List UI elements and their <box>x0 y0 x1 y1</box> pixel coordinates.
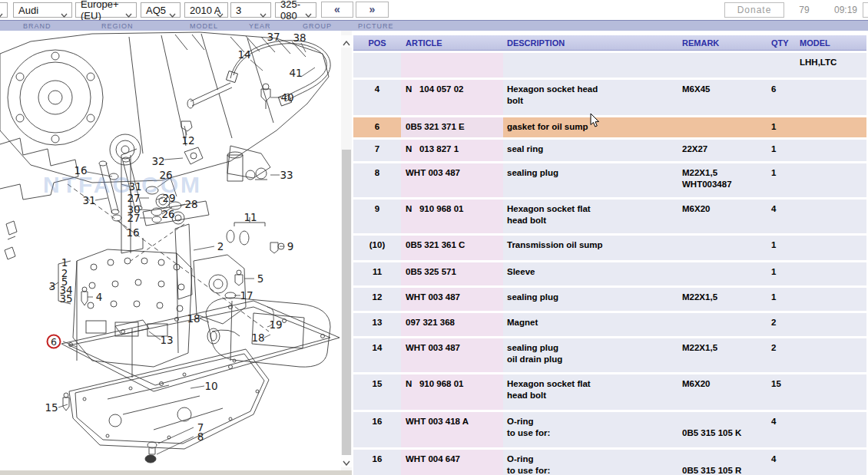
article-cell: WHT 004 647 <box>401 450 503 475</box>
remark-cell: M22X1,5 <box>676 338 768 372</box>
article-cell: WHT 003 487 <box>401 163 503 197</box>
diagram-callout-40[interactable]: 40 <box>280 91 293 104</box>
watermark: NTFAG.COM <box>43 172 202 198</box>
model-cell <box>796 338 866 372</box>
scroll-down-button[interactable] <box>341 455 352 467</box>
pos-cell: 16 <box>353 412 401 447</box>
model-cell <box>796 236 866 260</box>
region-select[interactable]: Europe+ (EU) <box>75 2 137 18</box>
diagram-callout-17[interactable]: 17 <box>240 289 253 302</box>
diagram-callout-18[interactable]: 18 <box>251 332 264 344</box>
table-row-pos-15[interactable]: 15N 910 968 01Hexagon socket flathead bo… <box>353 374 866 410</box>
diagram-callout-28[interactable]: 28 <box>184 198 197 210</box>
diagram-callout-6[interactable]: 6 <box>47 335 61 349</box>
table-scrollbar[interactable] <box>341 31 352 470</box>
diagram-callout-13[interactable]: 13 <box>160 334 173 346</box>
remark-cell: M6X45 <box>676 80 768 115</box>
scrollbar-thumb[interactable] <box>342 150 351 457</box>
table-row-pos-(10)[interactable]: (10)0B5 321 361 CTransmission oil sump1 <box>353 236 866 260</box>
pos-cell: (10) <box>353 236 401 260</box>
diagram-callout-26[interactable]: 26 <box>161 208 174 220</box>
description-cell: sealing plug <box>503 288 676 311</box>
description-cell: gasket for oil sump <box>503 117 676 137</box>
table-row-pos-6[interactable]: 60B5 321 371 Egasket for oil sump1 <box>353 117 866 137</box>
remark-cell: M6X20 <box>676 374 768 410</box>
diagram-callout-3[interactable]: 3 <box>49 280 56 292</box>
table-row-pos-9[interactable]: 9N 910 968 01Hexagon socket flathead bol… <box>353 200 866 233</box>
remark-cell <box>676 262 768 285</box>
table-row-pos-16[interactable]: 16WHT 004 647O-ringto use for: 0B5 315 1… <box>353 450 866 475</box>
diagram-callout-5[interactable]: 5 <box>257 272 264 285</box>
pos-cell: 9 <box>353 200 401 233</box>
table-row-pos-11[interactable]: 110B5 325 571Sleeve1 <box>353 262 866 285</box>
article-cell: N 013 827 1 <box>401 140 503 161</box>
diagram-callout-37[interactable]: 37 <box>267 31 280 43</box>
diagram-callout-11[interactable]: 11 <box>244 211 257 223</box>
table-row-pos-model[interactable]: LHH,LTC <box>353 53 866 78</box>
prev-picture-button[interactable]: « <box>321 2 353 18</box>
brand-select[interactable]: Audi <box>13 2 72 18</box>
description-cell: O-ringto use for: <box>503 450 676 475</box>
diagram-callout-14[interactable]: 14 <box>237 48 250 61</box>
diagram-callout-35[interactable]: 35 <box>59 292 72 305</box>
remark-cell: 22X27 <box>676 140 768 161</box>
chevron-down-icon <box>169 8 176 20</box>
diagram-callout-31[interactable]: 31 <box>82 194 95 206</box>
donate-button[interactable]: Donate <box>724 2 784 18</box>
diagram-callout-19[interactable]: 19 <box>269 318 282 331</box>
label-year: YEAR <box>249 22 271 30</box>
table-row-pos-12[interactable]: 12WHT 003 487sealing plugM22X1,51 <box>353 288 866 311</box>
diagram-callout-26[interactable]: 26 <box>159 169 172 181</box>
col-description: DESCRIPTION <box>503 38 676 48</box>
diagram-callout-8[interactable]: 8 <box>197 430 204 443</box>
table-row-pos-4[interactable]: 4N 104 057 02Hexagon socket headboltM6X4… <box>353 80 866 115</box>
model-cell <box>796 200 866 233</box>
description-cell: sealing plugoil drain plug <box>503 338 676 372</box>
pos-cell: 4 <box>353 80 401 115</box>
diagram-callout-31[interactable]: 31 <box>128 180 141 193</box>
counter-value: 79 <box>793 5 816 15</box>
diagram-callout-15[interactable]: 15 <box>45 401 58 414</box>
model-select[interactable]: AQ5 <box>141 2 181 18</box>
diagram-callout-29[interactable]: 29 <box>162 192 175 204</box>
scroll-up-button[interactable] <box>341 35 352 48</box>
diagram-callout-9[interactable]: 9 <box>287 240 294 252</box>
article-cell: 0B5 321 371 E <box>401 117 503 137</box>
hidden-left-select[interactable] <box>0 2 8 18</box>
next-picture-button[interactable]: » <box>356 2 389 18</box>
diagram-callout-27[interactable]: 27 <box>127 212 140 224</box>
table-row-pos-16[interactable]: 16WHT 003 418 AO-ringto use for: 0B5 315… <box>353 412 866 447</box>
diagram-callout-33[interactable]: 33 <box>280 169 293 181</box>
table-row-pos-13[interactable]: 13097 321 368Magnet2 <box>353 313 866 336</box>
diagram-callout-27[interactable]: 27 <box>127 192 140 204</box>
col-pos: POS <box>353 38 401 48</box>
diagram-callout-4[interactable]: 4 <box>96 291 103 303</box>
diagram-callout-10[interactable]: 10 <box>204 380 217 392</box>
model-cell: LHH,LTC <box>796 53 866 78</box>
brand-value: Audi <box>18 5 38 16</box>
article-cell: 097 321 368 <box>401 313 503 336</box>
table-row-pos-7[interactable]: 7N 013 827 1seal ring22X271 <box>353 140 866 161</box>
diagram-callout-2[interactable]: 2 <box>217 240 224 252</box>
table-row-pos-8[interactable]: 8WHT 003 487sealing plugM22X1,5WHT003487… <box>353 163 866 197</box>
diagram-callout-32[interactable]: 32 <box>151 155 164 167</box>
diagram-callout-12[interactable]: 12 <box>181 134 194 147</box>
description-cell: Hexagon socket flathead bolt <box>503 374 676 410</box>
diagram-callout-18[interactable]: 18 <box>187 312 200 325</box>
diagram-callout-16[interactable]: 16 <box>74 164 87 176</box>
table-row-pos-14[interactable]: 14WHT 003 487sealing plugoil drain plugM… <box>353 338 866 372</box>
group-select[interactable]: 3 <box>230 2 271 18</box>
model-cell <box>796 374 866 410</box>
pos-cell: 7 <box>353 140 401 161</box>
article-cell: N 910 968 01 <box>401 200 503 233</box>
year-select[interactable]: 2010 A <box>184 2 228 18</box>
chevron-down-icon <box>125 8 132 20</box>
diagram-callout-41[interactable]: 41 <box>289 67 302 79</box>
diagram-callout-38[interactable]: 38 <box>293 31 306 44</box>
label-region: REGION <box>101 22 134 30</box>
diagram-callout-16[interactable]: 16 <box>126 226 139 239</box>
picture-select[interactable]: 325-080 <box>275 2 316 18</box>
corner-button[interactable] <box>863 2 868 18</box>
article-cell: N 104 057 02 <box>401 80 503 115</box>
qty-cell: 4 <box>768 200 796 233</box>
